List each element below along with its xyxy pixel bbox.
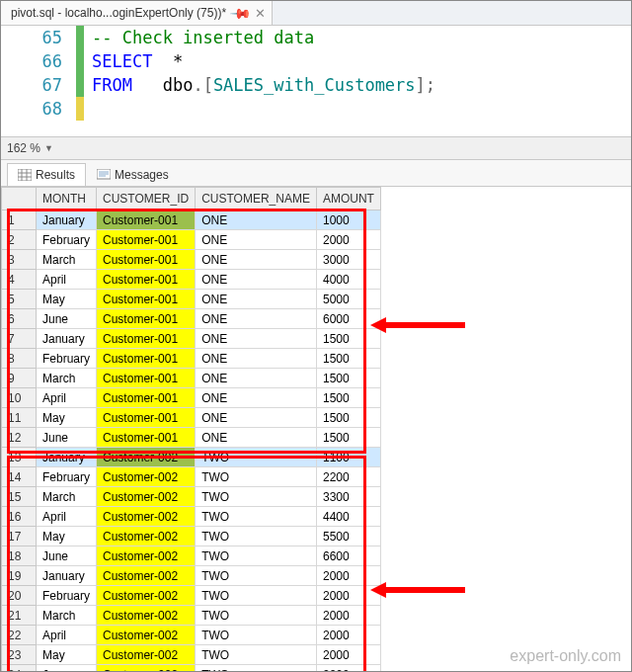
cell[interactable]: TWO bbox=[196, 467, 317, 487]
cell[interactable]: 1500 bbox=[316, 349, 380, 369]
cell[interactable]: June bbox=[37, 309, 97, 329]
results-grid[interactable]: MONTHCUSTOMER_IDCUSTOMER_NAMEAMOUNT 1Jan… bbox=[1, 187, 381, 671]
cell[interactable]: June bbox=[37, 546, 97, 566]
chevron-down-icon[interactable]: ▼ bbox=[44, 143, 53, 153]
row-number[interactable]: 2 bbox=[2, 230, 37, 250]
table-row[interactable]: 11MayCustomer-001ONE1500 bbox=[2, 408, 381, 428]
cell[interactable]: February bbox=[37, 467, 97, 487]
cell[interactable]: Customer-001 bbox=[97, 230, 196, 250]
cell[interactable]: April bbox=[37, 388, 97, 408]
table-row[interactable]: 6JuneCustomer-001ONE6000 bbox=[2, 309, 381, 329]
cell[interactable]: 1000 bbox=[316, 210, 380, 230]
row-number[interactable]: 18 bbox=[2, 546, 37, 566]
table-row[interactable]: 13JanuaryCustomer-002TWO1100 bbox=[2, 448, 381, 467]
table-row[interactable]: 4AprilCustomer-001ONE4000 bbox=[2, 270, 381, 290]
cell[interactable]: ONE bbox=[196, 250, 317, 270]
row-number[interactable]: 10 bbox=[2, 388, 37, 408]
table-row[interactable]: 9MarchCustomer-001ONE1500 bbox=[2, 369, 381, 388]
cell[interactable]: Customer-002 bbox=[97, 606, 196, 626]
cell[interactable]: Customer-002 bbox=[97, 566, 196, 586]
row-number[interactable]: 20 bbox=[2, 586, 37, 606]
tab-results[interactable]: Results bbox=[7, 163, 86, 186]
cell[interactable]: 2200 bbox=[316, 467, 380, 487]
row-number[interactable]: 5 bbox=[2, 290, 37, 309]
table-row[interactable]: 23MayCustomer-002TWO2000 bbox=[2, 645, 381, 665]
table-row[interactable]: 8FebruaryCustomer-001ONE1500 bbox=[2, 349, 381, 369]
cell[interactable]: 6000 bbox=[316, 309, 380, 329]
cell[interactable]: 3000 bbox=[316, 250, 380, 270]
cell[interactable]: 2000 bbox=[316, 586, 380, 606]
cell[interactable]: ONE bbox=[196, 230, 317, 250]
cell[interactable]: April bbox=[37, 507, 97, 527]
tab-messages[interactable]: Messages bbox=[86, 163, 180, 186]
row-header-corner[interactable] bbox=[2, 188, 37, 210]
table-row[interactable]: 14FebruaryCustomer-002TWO2200 bbox=[2, 467, 381, 487]
cell[interactable]: Customer-001 bbox=[97, 428, 196, 448]
code-line[interactable]: SELECT * bbox=[92, 49, 631, 73]
cell[interactable]: ONE bbox=[196, 408, 317, 428]
table-row[interactable]: 16AprilCustomer-002TWO4400 bbox=[2, 507, 381, 527]
row-number[interactable]: 4 bbox=[2, 270, 37, 290]
column-header[interactable]: AMOUNT bbox=[316, 188, 380, 210]
row-number[interactable]: 12 bbox=[2, 428, 37, 448]
table-row[interactable]: 18JuneCustomer-002TWO6600 bbox=[2, 546, 381, 566]
cell[interactable]: May bbox=[37, 645, 97, 665]
table-row[interactable]: 24JuneCustomer-002TWO2000 bbox=[2, 665, 381, 672]
row-number[interactable]: 15 bbox=[2, 487, 37, 507]
cell[interactable]: TWO bbox=[196, 606, 317, 626]
cell[interactable]: May bbox=[37, 527, 97, 546]
results-grid-wrapper[interactable]: MONTHCUSTOMER_IDCUSTOMER_NAMEAMOUNT 1Jan… bbox=[1, 187, 631, 671]
table-row[interactable]: 3MarchCustomer-001ONE3000 bbox=[2, 250, 381, 270]
cell[interactable]: January bbox=[37, 566, 97, 586]
cell[interactable]: Customer-002 bbox=[97, 546, 196, 566]
row-number[interactable]: 19 bbox=[2, 566, 37, 586]
column-header[interactable]: MONTH bbox=[37, 188, 97, 210]
pin-icon[interactable]: 📌 bbox=[230, 2, 252, 24]
row-number[interactable]: 3 bbox=[2, 250, 37, 270]
table-row[interactable]: 5MayCustomer-001ONE5000 bbox=[2, 290, 381, 309]
table-row[interactable]: 19JanuaryCustomer-002TWO2000 bbox=[2, 566, 381, 586]
cell[interactable]: 6600 bbox=[316, 546, 380, 566]
cell[interactable]: January bbox=[37, 448, 97, 467]
cell[interactable]: March bbox=[37, 250, 97, 270]
table-row[interactable]: 10AprilCustomer-001ONE1500 bbox=[2, 388, 381, 408]
cell[interactable]: TWO bbox=[196, 527, 317, 546]
cell[interactable]: April bbox=[37, 270, 97, 290]
table-row[interactable]: 22AprilCustomer-002TWO2000 bbox=[2, 626, 381, 645]
zoom-value[interactable]: 162 % bbox=[7, 141, 40, 155]
cell[interactable]: Customer-002 bbox=[97, 645, 196, 665]
row-number[interactable]: 14 bbox=[2, 467, 37, 487]
code-line[interactable]: -- Check inserted data bbox=[92, 26, 631, 49]
cell[interactable]: ONE bbox=[196, 369, 317, 388]
cell[interactable]: Customer-001 bbox=[97, 329, 196, 349]
cell[interactable]: Customer-001 bbox=[97, 270, 196, 290]
cell[interactable]: Customer-002 bbox=[97, 448, 196, 467]
cell[interactable]: 2000 bbox=[316, 665, 380, 672]
cell[interactable]: January bbox=[37, 210, 97, 230]
cell[interactable]: March bbox=[37, 487, 97, 507]
cell[interactable]: TWO bbox=[196, 546, 317, 566]
cell[interactable]: 4000 bbox=[316, 270, 380, 290]
cell[interactable]: ONE bbox=[196, 210, 317, 230]
cell[interactable]: January bbox=[37, 329, 97, 349]
cell[interactable]: 2000 bbox=[316, 230, 380, 250]
row-number[interactable]: 13 bbox=[2, 448, 37, 467]
cell[interactable]: Customer-002 bbox=[97, 527, 196, 546]
cell[interactable]: February bbox=[37, 349, 97, 369]
cell[interactable]: TWO bbox=[196, 507, 317, 527]
table-row[interactable]: 21MarchCustomer-002TWO2000 bbox=[2, 606, 381, 626]
cell[interactable]: Customer-002 bbox=[97, 626, 196, 645]
row-number[interactable]: 24 bbox=[2, 665, 37, 672]
cell[interactable]: Customer-002 bbox=[97, 467, 196, 487]
cell[interactable]: Customer-001 bbox=[97, 408, 196, 428]
cell[interactable]: 1500 bbox=[316, 329, 380, 349]
cell[interactable]: May bbox=[37, 408, 97, 428]
cell[interactable]: TWO bbox=[196, 566, 317, 586]
row-number[interactable]: 1 bbox=[2, 210, 37, 230]
cell[interactable]: 2000 bbox=[316, 606, 380, 626]
row-number[interactable]: 16 bbox=[2, 507, 37, 527]
cell[interactable]: March bbox=[37, 369, 97, 388]
table-row[interactable]: 12JuneCustomer-001ONE1500 bbox=[2, 428, 381, 448]
cell[interactable]: June bbox=[37, 428, 97, 448]
row-number[interactable]: 6 bbox=[2, 309, 37, 329]
